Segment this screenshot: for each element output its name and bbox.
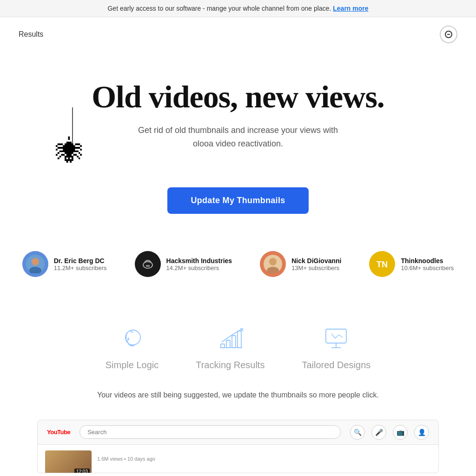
navigation: Results: [0, 17, 476, 52]
brain-icon: [117, 324, 147, 353]
svg-rect-7: [146, 265, 150, 267]
spider-icon: 🕷: [56, 135, 84, 167]
hero-title: Old videos, new views.: [19, 79, 457, 114]
video-duration: 12:03: [74, 469, 90, 473]
svg-line-27: [335, 335, 339, 338]
learn-more-link[interactable]: Learn more: [333, 5, 368, 12]
feature-label-simple-logic: Simple Logic: [106, 360, 159, 370]
channel-subs: 10.6M+ subscribers: [401, 264, 454, 271]
svg-point-5: [139, 255, 157, 273]
svg-point-9: [269, 258, 277, 265]
channel-item: Nick DiGiovanni 13M+ subscribers: [260, 251, 341, 277]
monitor-icon: [321, 324, 351, 353]
channel-info: Dr. Eric Berg DC 11.2M+ subscribers: [54, 257, 107, 271]
channel-avatar: [22, 251, 48, 277]
youtube-search-input[interactable]: [79, 425, 341, 439]
channel-item: Hacksmith Industries 14.2M+ subscribers: [135, 251, 232, 277]
channel-name: Nick DiGiovanni: [291, 257, 341, 264]
feature-tailored-designs: Tailored Designs: [302, 324, 370, 370]
channel-info: Nick DiGiovanni 13M+ subscribers: [291, 257, 341, 271]
channel-info: Thinknoodles 10.6M+ subscribers: [401, 257, 454, 271]
youtube-logo: YouTube: [47, 429, 70, 436]
channel-avatar: [260, 251, 286, 277]
nav-results-link[interactable]: Results: [19, 30, 43, 39]
promo-banner: Get early access to our software - mange…: [0, 0, 476, 17]
channel-subs: 14.2M+ subscribers: [166, 264, 232, 271]
channel-subs: 13M+ subscribers: [291, 264, 341, 271]
youtube-bar: YouTube 🔍 🎤 📺 👤: [38, 420, 438, 445]
chart-icon: [215, 324, 245, 353]
channel-info: Hacksmith Industries 14.2M+ subscribers: [166, 257, 232, 271]
svg-rect-17: [226, 340, 230, 348]
video-views: 1.6M views • 10 days ago: [97, 456, 155, 462]
youtube-content-row: 12:03 1.6M views • 10 days ago: [38, 445, 438, 473]
svg-rect-18: [232, 336, 236, 348]
description-text: Your videos are still being suggested, w…: [0, 384, 476, 410]
hero-subtitle: Get rid of old thumbnails and increase y…: [19, 124, 457, 151]
feature-label-tracking-results: Tracking Results: [196, 360, 264, 370]
channel-name: Dr. Eric Berg DC: [54, 257, 107, 264]
svg-rect-23: [326, 329, 346, 343]
feature-tracking-results: Tracking Results: [196, 324, 264, 370]
channel-name: Hacksmith Industries: [166, 257, 232, 264]
avatar-icon[interactable]: 👤: [414, 425, 429, 440]
svg-point-3: [32, 258, 39, 265]
features-section: Simple Logic Tracking Results: [0, 305, 476, 384]
youtube-preview: YouTube 🔍 🎤 📺 👤 12:03 1.6M views • 10 da…: [37, 420, 439, 473]
svg-rect-16: [221, 344, 225, 348]
feature-simple-logic: Simple Logic: [106, 324, 159, 370]
video-meta: 1.6M views • 10 days ago: [97, 450, 155, 467]
feature-label-tailored-designs: Tailored Designs: [302, 360, 370, 370]
nav-menu-icon[interactable]: [440, 26, 457, 43]
channel-item: TN Thinknoodles 10.6M+ subscribers: [369, 251, 454, 277]
hero-section: 🕷 Old videos, new views. Get rid of old …: [0, 52, 476, 169]
svg-line-26: [331, 334, 335, 338]
cast-icon[interactable]: 📺: [393, 425, 408, 440]
channel-subs: 11.2M+ subscribers: [54, 264, 107, 271]
banner-text: Get early access to our software - mange…: [107, 5, 331, 12]
svg-line-28: [339, 335, 343, 337]
channel-name: Thinknoodles: [401, 257, 454, 264]
cta-section: Update My Thumbnails: [0, 187, 476, 214]
channel-avatar: [135, 251, 161, 277]
channel-item: Dr. Eric Berg DC 11.2M+ subscribers: [22, 251, 107, 277]
update-thumbnails-button[interactable]: Update My Thumbnails: [167, 187, 308, 214]
mic-icon[interactable]: 🎤: [371, 425, 386, 440]
svg-rect-19: [238, 331, 241, 348]
video-thumbnail[interactable]: 12:03: [45, 450, 92, 473]
search-icon[interactable]: 🔍: [350, 425, 365, 440]
channel-logos-section: Dr. Eric Berg DC 11.2M+ subscribers Hack…: [0, 232, 476, 305]
youtube-icons: 🔍 🎤 📺 👤: [350, 425, 429, 440]
svg-text:TN: TN: [377, 260, 388, 269]
channel-avatar: TN: [369, 251, 395, 277]
